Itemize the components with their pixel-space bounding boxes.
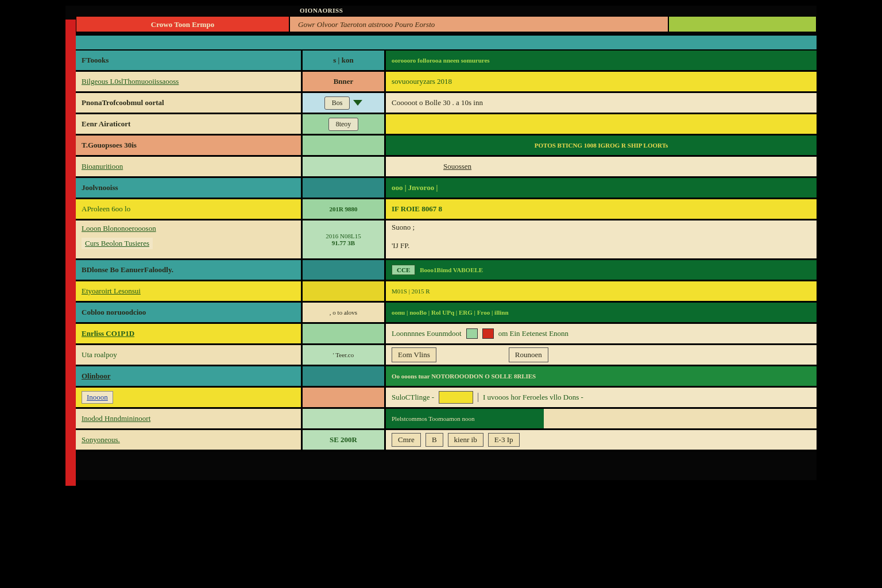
row-12-label[interactable]: Enrliss CO1P1D	[76, 324, 303, 343]
row-5-label[interactable]: Bioanuritioon	[76, 157, 303, 176]
row-5-detail: Souossen	[386, 157, 817, 176]
row-3-label[interactable]: Eenr Airaticort	[76, 114, 303, 134]
row-11-label[interactable]: Cobloo noruoodcioo	[76, 303, 303, 322]
row-4: T.Gouopsoes 30isPOTOS BTICNG 1008 IGROG …	[76, 136, 817, 157]
row-2-detail: Cooooot o Bolle 30 . a 10s inn	[386, 93, 817, 113]
row-15-value	[303, 388, 386, 407]
row-13: Uta roalpoy' Teer.coEom VlinsRounoen	[76, 345, 817, 366]
row-8-label[interactable]: Looon BlononoerooosonCurs Beolon Tusiere…	[76, 220, 303, 258]
row-6-detail: ooo | Jnvoroo |	[386, 178, 817, 198]
row-16: Inodod HnndmininoortPlelstcommos Toomoam…	[76, 409, 817, 430]
row-13-label[interactable]: Uta roalpoy	[76, 345, 303, 365]
row-8-value: 2016 N08L1591.77 3B	[303, 220, 386, 258]
row-12-detail: Loonnnnes Eounmdootom Ein Eetenest Enonn	[386, 324, 817, 343]
row-0-detail: ooroooro follorooa nneen somurures	[386, 51, 817, 70]
left-rail	[65, 20, 76, 486]
row-2-label[interactable]: PnonaTrofcoobmul oortal	[76, 93, 303, 113]
row-5: BioanuritioonSouossen	[76, 157, 817, 178]
row-11: Cobloo noruoodcioo, o to alovsoonu | noo…	[76, 303, 817, 324]
row-13-value: ' Teer.co	[303, 345, 386, 365]
row-14-detail: Oo ooons tuar NOTOROOODON O SOLLE 8RI.IE…	[386, 366, 817, 386]
row-4-value	[303, 136, 386, 155]
highlight-block[interactable]	[439, 391, 473, 404]
row-12-value	[303, 324, 386, 343]
row-16-value	[303, 409, 386, 428]
row-6: Joolvnooissooo | Jnvoroo |	[76, 178, 817, 199]
row-9-value	[303, 260, 386, 280]
row-7-label[interactable]: AProleen 6oo lo	[76, 199, 303, 219]
row-6-value	[303, 178, 386, 198]
btn-3[interactable]: E-3 Ip	[488, 433, 520, 447]
btn-1[interactable]: B	[425, 433, 443, 447]
row-15: InooonSuloCTlinge -I uvooos hor Feroeles…	[76, 388, 817, 409]
row-17: Sonyoneous.SE 200RCmreBkienr ibE-3 Ip	[76, 430, 817, 451]
row-6-label[interactable]: Joolvnooiss	[76, 178, 303, 198]
row-17-detail: CmreBkienr ibE-3 Ip	[386, 430, 817, 450]
row-16-label[interactable]: Inodod Hnndmininoort	[76, 409, 303, 428]
row-16-detail: Plelstcommos Toomoamon noon	[386, 409, 817, 428]
row-4-label[interactable]: T.Gouopsoes 30is	[76, 136, 303, 155]
chip-a[interactable]: CCE	[392, 265, 415, 275]
row-0: FToookss | konooroooro follorooa nneen s…	[76, 51, 817, 72]
row-14: OlinboorOo ooons tuar NOTOROOODON O SOLL…	[76, 366, 817, 388]
row-15-detail: SuloCTlinge -I uvooos hor Feroeles vllo …	[386, 388, 817, 407]
row-17-value: SE 200R	[303, 430, 386, 450]
row-15-label[interactable]: Inooon	[76, 388, 303, 407]
row-0-label[interactable]: FToooks	[76, 51, 303, 70]
row-4-detail: POTOS BTICNG 1008 IGROG R SHIP LOORTs	[386, 136, 817, 155]
row-17-label[interactable]: Sonyoneous.	[76, 430, 303, 450]
row-10-label[interactable]: Etyoaroirt Lesonsui	[76, 281, 303, 301]
row-12: Enrliss CO1P1DLoonnnnes Eounmdootom Ein …	[76, 324, 817, 345]
row-7: AProleen 6oo lo201R 9880IF ROIE 8067 8	[76, 199, 817, 220]
row-9: BDlonse Bo EanuerFaloodly.CCEBooo1Bimd V…	[76, 260, 817, 281]
top-tag: OIONAORISS	[300, 7, 343, 14]
contact-icon[interactable]	[466, 328, 478, 339]
header-bar: Crowo Toon Ermpo Gowr Olvoor Taeroton at…	[76, 16, 817, 32]
header-green[interactable]	[668, 16, 817, 32]
row-7-value: 201R 9880	[303, 199, 386, 219]
row-10-detail: M01S | 2015 R	[386, 281, 817, 301]
row-3-value[interactable]: 8teoy	[303, 114, 386, 134]
row-8-detail: Suono ;'IJ FP.	[386, 220, 817, 258]
data-grid: FToookss | konooroooro follorooa nneen s…	[76, 51, 817, 480]
row-3-detail	[386, 114, 817, 134]
row-8: Looon BlononoerooosonCurs Beolon Tusiere…	[76, 220, 817, 260]
row-9-detail: CCEBooo1Bimd VABOELE	[386, 260, 817, 280]
row-1-label[interactable]: Bilgeous L0slThomuooiissaooss	[76, 72, 303, 91]
row-1-detail: sovuoouryzars 2018	[386, 72, 817, 91]
header-peach: Gowr Olvoor Taeroton atstrooo Pouro Eors…	[289, 16, 668, 32]
row-11-detail: oonu | nooBo | Rol UPq | ERG | Froo | il…	[386, 303, 817, 322]
row-7-detail: IF ROIE 8067 8	[386, 199, 817, 219]
row-5-value	[303, 157, 386, 176]
btn-0[interactable]: Cmre	[392, 433, 421, 447]
row-13-detail: Eom VlinsRounoen	[386, 345, 817, 365]
app-frame: OIONAORISS Crowo Toon Ermpo Gowr Olvoor …	[60, 0, 822, 486]
row-14-value	[303, 366, 386, 386]
sub-band	[76, 34, 817, 51]
row-1-value: Bnner	[303, 72, 386, 91]
box-right[interactable]: Rounoen	[509, 347, 548, 362]
row-1: Bilgeous L0slThomuooiissaoossBnnersovuoo…	[76, 72, 817, 93]
row-11-value: , o to alovs	[303, 303, 386, 322]
row-14-label[interactable]: Olinboor	[76, 366, 303, 386]
row-3: Eenr Airaticort8teoy	[76, 114, 817, 136]
row-10-value	[303, 281, 386, 301]
btn-2[interactable]: kienr ib	[448, 433, 483, 447]
row-0-value: s | kon	[303, 51, 386, 70]
row-2-value[interactable]: Bos	[303, 93, 386, 113]
box-left[interactable]: Eom Vlins	[392, 347, 436, 362]
row-2: PnonaTrofcoobmul oortalBosCooooot o Boll…	[76, 93, 817, 114]
alert-icon[interactable]	[482, 328, 494, 339]
header-red[interactable]: Crowo Toon Ermpo	[76, 16, 289, 32]
row-9-label[interactable]: BDlonse Bo EanuerFaloodly.	[76, 260, 303, 280]
row-10: Etyoaroirt LesonsuiM01S | 2015 R	[76, 281, 817, 303]
